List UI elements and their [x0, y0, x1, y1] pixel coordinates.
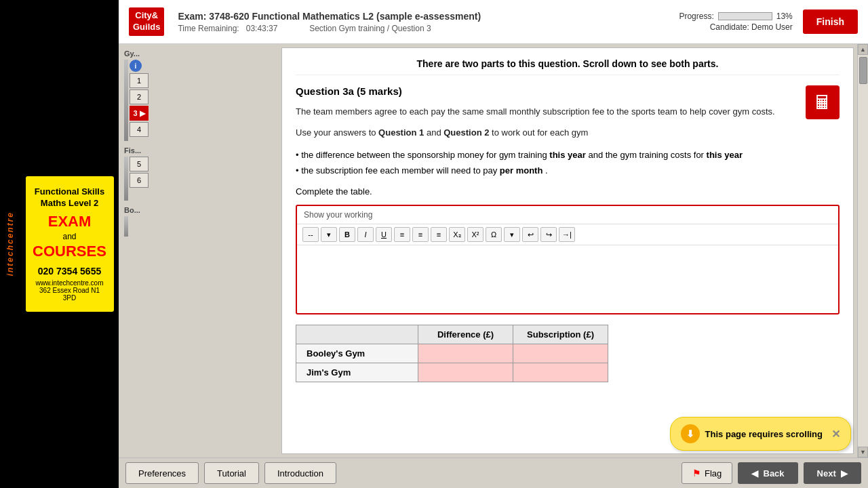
calc-symbol: 🖩	[813, 92, 832, 114]
next-button[interactable]: Next ▶	[804, 462, 861, 484]
ad-and-label: and	[33, 232, 107, 241]
progress-label: Progress:	[679, 12, 713, 21]
header: City& Guilds Exam: 3748-620 Functional M…	[119, 0, 868, 44]
left-nav: Gy... i 1 2 3 ▶ 4	[119, 44, 278, 458]
nav-item-4[interactable]: 4	[130, 122, 149, 137]
ad-courses-label: COURSES	[33, 243, 107, 260]
scroll-notification-text: This page requires scrolling	[705, 429, 823, 439]
table-row-jims: Jim's Gym	[296, 363, 608, 382]
booley-diff-cell[interactable]	[418, 344, 513, 363]
scroll-close-button[interactable]: ✕	[831, 428, 840, 441]
jims-sub-cell[interactable]	[513, 363, 608, 382]
toolbar-omega-down-btn[interactable]: ▾	[504, 227, 520, 242]
toolbar-underline-btn[interactable]: U	[376, 227, 392, 242]
q2-label: Question 2	[443, 127, 489, 138]
bullet2: • the subscription fee each member will …	[296, 163, 840, 178]
left-ad-sidebar: intechcentre Functional Skills Maths Lev…	[0, 0, 119, 488]
ad-address: 362 Essex Road N1 3PD	[33, 287, 107, 302]
table-col3-header: Subscription (£)	[513, 325, 608, 344]
main-container: City& Guilds Exam: 3748-620 Functional M…	[119, 0, 868, 488]
time-remaining-label: Time Remaining:	[178, 24, 239, 33]
exam-subtitle: Time Remaining: 03:43:37 Section Gym tra…	[178, 24, 679, 33]
question-scroll-area[interactable]: There are two parts to this question. Sc…	[282, 48, 853, 453]
next-arrow-icon: ▶	[841, 468, 848, 479]
header-info: Exam: 3748-620 Functional Mathematics L2…	[178, 11, 679, 33]
question-body1: The team members agree to each pay the s…	[296, 105, 840, 119]
editor-area: Show your working -- ▾ B I U ≡ ≡ ≡ X₂ X²…	[296, 205, 840, 314]
toolbar-omega-btn[interactable]: Ω	[486, 227, 502, 242]
logo-area: City& Guilds	[129, 7, 164, 36]
brand-vertical-text: intechcentre	[5, 211, 15, 276]
progress-pct: 13%	[776, 12, 793, 21]
booley-gym-name: Booley's Gym	[296, 344, 418, 363]
back-button[interactable]: ◀ Back	[738, 462, 797, 484]
calculator-icon: 🖩	[806, 85, 840, 119]
introduction-button[interactable]: Introduction	[264, 462, 336, 484]
booley-sub-cell[interactable]	[513, 344, 608, 363]
scroll-down-icon: ⬇	[681, 424, 700, 443]
jims-diff-cell[interactable]	[418, 363, 513, 382]
toolbar-down-btn[interactable]: ▾	[321, 227, 337, 242]
editor-label: Show your working	[297, 206, 838, 224]
time-remaining-value: 03:43:37	[246, 24, 278, 33]
table-row-booley: Booley's Gym	[296, 344, 608, 363]
answer-table: Difference (£) Subscription (£) Booley's…	[296, 325, 608, 382]
bottom-toolbar: Preferences Tutorial Introduction ⚑ Flag…	[119, 458, 868, 488]
toolbar-align-left-btn[interactable]: ≡	[394, 227, 410, 242]
exam-title: Exam: 3748-620 Functional Mathematics L2…	[178, 11, 679, 22]
toolbar-align-right-btn[interactable]: ≡	[431, 227, 447, 242]
scroll-thumb[interactable]	[859, 57, 867, 84]
preferences-button[interactable]: Preferences	[125, 462, 199, 484]
city-guilds-logo: City& Guilds	[129, 7, 164, 36]
toolbar-italic-btn[interactable]: I	[357, 227, 374, 242]
table-col2-header: Difference (£)	[418, 325, 513, 344]
table-col1-header	[296, 325, 418, 344]
question-panel: There are two parts to this question. Sc…	[281, 47, 854, 454]
bullet1: • the difference between the sponsorship…	[296, 147, 840, 163]
toolbar-align-center-btn[interactable]: ≡	[412, 227, 429, 242]
toolbar-redo-btn[interactable]: ↪	[540, 227, 557, 242]
complete-table-label: Complete the table.	[296, 186, 840, 197]
nav-item-3[interactable]: 3 ▶	[130, 106, 149, 121]
toolbar-superscript-btn[interactable]: X²	[467, 227, 484, 242]
ad-phone: 020 7354 5655	[33, 266, 107, 277]
editor-content[interactable]	[297, 245, 838, 313]
ad-fs-label: Functional Skills Maths Level 2	[33, 186, 107, 209]
scroll-notification: ⬇ This page requires scrolling ✕	[670, 417, 851, 451]
finish-button[interactable]: Finish	[803, 9, 858, 34]
flag-button[interactable]: ⚑ Flag	[682, 462, 732, 484]
nav-gym-label: Gy...	[124, 49, 149, 58]
scroll-arrow-bottom[interactable]: ▼	[858, 447, 868, 458]
question-instructions: • the difference between the sponsorship…	[296, 147, 840, 179]
back-arrow-icon: ◀	[751, 468, 758, 479]
toolbar-undo-btn[interactable]: ↩	[522, 227, 538, 242]
editor-toolbar: -- ▾ B I U ≡ ≡ ≡ X₂ X² Ω ▾ ↩ ↪ →	[297, 224, 838, 245]
toolbar-subscript-btn[interactable]: X₂	[449, 227, 465, 242]
question-title: Question 3a (5 marks)	[296, 85, 840, 97]
flag-icon: ⚑	[692, 468, 701, 479]
toolbar-tab-btn[interactable]: →|	[559, 227, 575, 242]
nav-item-1[interactable]: 1	[130, 73, 149, 88]
section-label: Section Gym training / Question 3	[309, 24, 431, 33]
toolbar-dash-btn[interactable]: --	[302, 227, 319, 242]
nav-fis-label: Fis...	[124, 146, 149, 155]
toolbar-bold-btn[interactable]: B	[339, 227, 355, 242]
two-parts-notice: There are two parts to this question. Sc…	[296, 58, 840, 75]
ad-exam-label: EXAM	[33, 213, 107, 230]
tutorial-button[interactable]: Tutorial	[204, 462, 259, 484]
nav-info-dot: i	[130, 60, 142, 72]
q1-label: Question 1	[378, 127, 424, 138]
jims-gym-name: Jim's Gym	[296, 363, 418, 382]
progress-line: Progress: 13%	[679, 12, 792, 21]
nav-item-2[interactable]: 2	[130, 89, 149, 104]
ad-content-box: Functional Skills Maths Level 2 EXAM and…	[26, 176, 114, 312]
nav-item-6[interactable]: 6	[130, 173, 149, 188]
question-body2: Use your answers to Question 1 and Quest…	[296, 126, 840, 140]
content-area: Gy... i 1 2 3 ▶ 4	[119, 44, 868, 458]
progress-bar	[718, 12, 772, 20]
header-right: Progress: 13% Candidate: Demo User	[679, 12, 792, 32]
flag-label: Flag	[705, 468, 722, 479]
scroll-arrow-top[interactable]: ▲	[858, 44, 868, 55]
nav-item-5[interactable]: 5	[130, 157, 149, 171]
candidate-line: Candidate: Demo User	[710, 22, 793, 32]
